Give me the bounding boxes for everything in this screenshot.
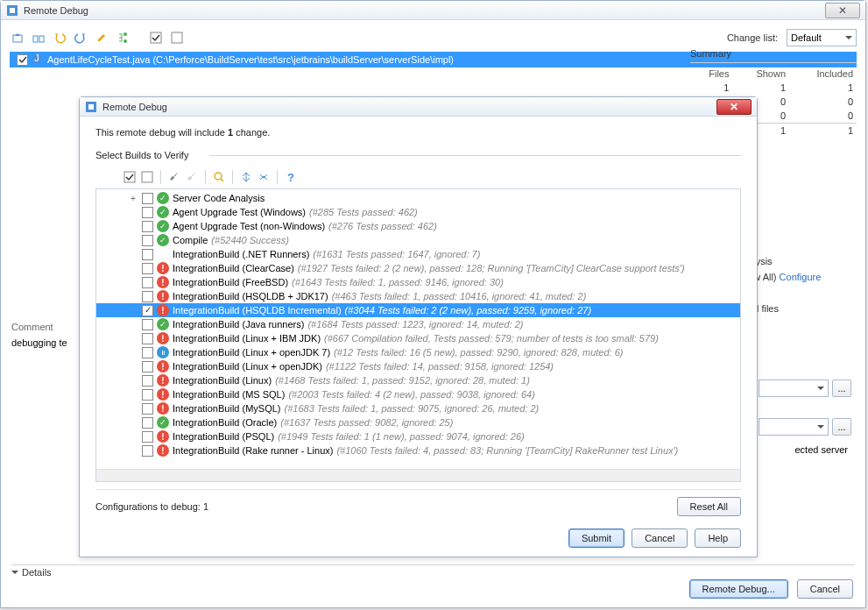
build-checkbox[interactable] xyxy=(142,417,153,429)
build-row[interactable]: IntegrationBuild (ClearCase)(#1927 Tests… xyxy=(96,261,740,275)
build-checkbox[interactable] xyxy=(142,347,153,358)
status-fail-icon xyxy=(157,388,169,401)
build-row[interactable]: Agent Upgrade Test (Windows)(#285 Tests … xyxy=(96,205,740,219)
help-button[interactable]: Help xyxy=(695,528,741,548)
build-checkbox[interactable] xyxy=(142,277,153,288)
build-row[interactable]: IntegrationBuild (Linux)(#1468 Tests fai… xyxy=(96,373,740,387)
comment-text[interactable]: debugging te xyxy=(11,337,73,348)
submit-button[interactable]: Submit xyxy=(568,528,625,548)
uncheck-all-icon[interactable] xyxy=(139,169,155,185)
build-checkbox[interactable] xyxy=(142,221,153,232)
redo-icon[interactable] xyxy=(73,30,88,46)
status-fail-icon xyxy=(157,290,169,302)
main-cancel-button[interactable]: Cancel xyxy=(797,579,853,599)
summary-label: Summary xyxy=(690,48,857,63)
build-checkbox[interactable] xyxy=(142,431,153,443)
checkbox-on-icon[interactable] xyxy=(148,30,164,46)
undo-icon[interactable] xyxy=(52,30,67,46)
status-ok-icon xyxy=(157,206,169,218)
build-checkbox[interactable] xyxy=(142,249,153,260)
build-checkbox[interactable] xyxy=(142,193,153,204)
build-checkbox[interactable] xyxy=(142,361,153,372)
main-title-bar[interactable]: Remote Debug ✕ xyxy=(1,1,865,20)
main-close-button[interactable]: ✕ xyxy=(825,3,860,18)
remote-debug-button[interactable]: Remote Debug... xyxy=(689,579,788,599)
modal-title-bar[interactable]: Remote Debug ✕ xyxy=(80,97,757,117)
build-row[interactable]: +Server Code Analysis xyxy=(96,191,740,205)
file-checkbox[interactable] xyxy=(17,54,28,66)
toolbar-icon-1[interactable] xyxy=(10,30,25,46)
wrench-icon[interactable] xyxy=(166,169,182,185)
help-icon[interactable]: ? xyxy=(283,169,299,185)
expander-icon[interactable]: + xyxy=(128,193,138,203)
build-row[interactable]: IntegrationBuild (HSQLDB + JDK17)(#463 T… xyxy=(96,289,740,303)
browse-button-2[interactable]: ... xyxy=(832,418,851,436)
build-row[interactable]: IntegrationBuild (FreeBSD)(#1643 Tests f… xyxy=(96,275,740,289)
build-status-text: (#1643 Tests failed: 1, passed: 9146, ig… xyxy=(292,277,504,287)
java-file-icon: J xyxy=(32,53,44,66)
build-row[interactable]: IntegrationBuild (MySQL)(#1683 Tests fai… xyxy=(96,401,740,415)
build-status-text: (#52440 Success) xyxy=(211,235,289,245)
build-checkbox[interactable] xyxy=(142,305,153,316)
configure-link[interactable]: Configure xyxy=(780,272,822,282)
build-row[interactable]: IntegrationBuild (.NET Runners)(#1631 Te… xyxy=(96,247,740,261)
build-checkbox[interactable] xyxy=(142,263,153,274)
modal-close-button[interactable]: ✕ xyxy=(716,99,752,115)
modal-cancel-button[interactable]: Cancel xyxy=(632,528,688,548)
build-checkbox[interactable] xyxy=(142,389,153,401)
build-row[interactable]: IntegrationBuild (HSQLDB Incremental)(#3… xyxy=(96,303,740,317)
checkbox-off-icon[interactable] xyxy=(169,30,185,46)
svg-point-5 xyxy=(123,32,127,36)
browse-button-1[interactable]: ... xyxy=(832,379,851,397)
build-row[interactable]: IntegrationBuild (Rake runner - Linux)(#… xyxy=(96,443,740,458)
change-list-dropdown[interactable]: Default xyxy=(787,29,857,46)
build-row[interactable]: IntegrationBuild (PSQL)(#1949 Tests fail… xyxy=(96,429,740,443)
build-name: IntegrationBuild (Java runners) xyxy=(173,319,304,330)
build-name: IntegrationBuild (Linux + IBM JDK) xyxy=(173,333,321,344)
status-ok-icon xyxy=(157,234,169,246)
build-checkbox[interactable] xyxy=(142,235,153,246)
build-row[interactable]: Agent Upgrade Test (non-Windows)(#276 Te… xyxy=(96,219,740,233)
build-name: Agent Upgrade Test (non-Windows) xyxy=(173,221,325,231)
build-checkbox[interactable] xyxy=(142,207,153,218)
build-row[interactable]: IntegrationBuild (Java runners)(#1684 Te… xyxy=(96,317,740,331)
build-status-text: (#667 Compilation failed, Tests passed: … xyxy=(324,333,659,344)
right-options: s nalysis how All) Configure ht ged file… xyxy=(743,238,857,316)
build-row[interactable]: IntegrationBuild (Oracle)(#1637 Tests pa… xyxy=(96,415,740,429)
search-icon[interactable] xyxy=(211,169,227,185)
build-checkbox[interactable] xyxy=(142,291,153,302)
build-name: IntegrationBuild (HSQLDB Incremental) xyxy=(173,305,342,316)
tree-icon[interactable] xyxy=(115,30,131,46)
build-name: IntegrationBuild (MS SQL) xyxy=(173,389,285,400)
reset-all-button[interactable]: Reset All xyxy=(677,497,741,516)
horizontal-scrollbar[interactable] xyxy=(96,469,740,481)
build-checkbox[interactable] xyxy=(142,445,153,457)
build-status-text: (#285 Tests passed: 462) xyxy=(309,207,418,217)
build-name: Agent Upgrade Test (Windows) xyxy=(173,207,306,217)
build-row[interactable]: IntegrationBuild (MS SQL)(#2003 Tests fa… xyxy=(96,387,740,401)
build-row[interactable]: IntegrationBuild (Linux + openJDK 7)(#12… xyxy=(96,345,740,359)
option-dropdown-2[interactable] xyxy=(759,418,829,436)
collapse-icon[interactable] xyxy=(256,169,272,185)
file-path: AgentLifeCycleTest.java (C:\Perforce\Bui… xyxy=(47,54,454,65)
build-checkbox[interactable] xyxy=(142,403,153,415)
svg-line-16 xyxy=(221,179,223,181)
build-checkbox[interactable] xyxy=(142,375,153,387)
build-row[interactable]: IntegrationBuild (Linux + IBM JDK)(#667 … xyxy=(96,331,740,345)
option-dropdown-1[interactable] xyxy=(759,379,829,397)
status-ok-icon xyxy=(157,220,169,232)
check-all-icon[interactable] xyxy=(122,169,138,185)
expand-icon[interactable] xyxy=(238,169,254,185)
build-status-text: (#1060 Tests failed: 4, passed: 83; Runn… xyxy=(336,445,678,456)
app-icon xyxy=(85,101,97,113)
build-name: IntegrationBuild (Oracle) xyxy=(173,417,277,428)
build-tree[interactable]: +Server Code AnalysisAgent Upgrade Test … xyxy=(95,188,741,482)
toolbar-icon-2[interactable] xyxy=(31,30,46,46)
build-row[interactable]: Compile(#52440 Success) xyxy=(96,233,740,247)
build-row[interactable]: IntegrationBuild (Linux + openJDK)(#1122… xyxy=(96,359,740,373)
build-checkbox[interactable] xyxy=(142,319,153,330)
details-toggle[interactable]: Details xyxy=(11,567,52,578)
build-checkbox[interactable] xyxy=(142,333,153,344)
edit-icon[interactable] xyxy=(94,30,109,46)
build-name: IntegrationBuild (Linux + openJDK) xyxy=(173,361,322,372)
